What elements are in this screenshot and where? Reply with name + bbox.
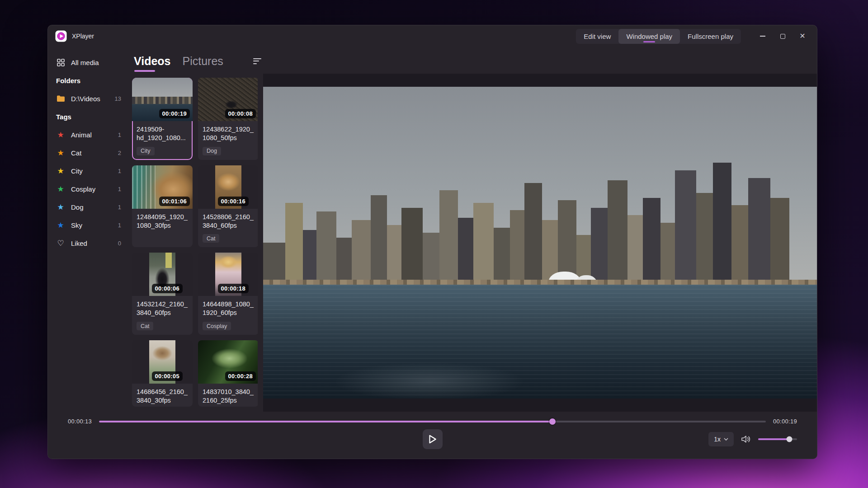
speed-label: 1x — [714, 436, 721, 443]
video-player-canvas[interactable] — [263, 87, 817, 399]
folders-header: Folders — [56, 71, 121, 89]
video-skyline — [263, 155, 817, 280]
tag-count: 1 — [118, 186, 121, 192]
heart-icon: ♡ — [56, 239, 65, 248]
player-pane — [263, 47, 817, 412]
close-icon: ✕ — [799, 33, 805, 40]
duration-badge: 00:00:05 — [152, 371, 183, 381]
tag-label: Sky — [71, 221, 82, 229]
video-thumbnail: 00:00:05 — [132, 340, 193, 384]
all-media-label: All media — [71, 59, 99, 66]
sidebar-item-tag-cosplay[interactable]: ★ Cosplay 1 — [56, 180, 121, 198]
video-thumbnail: 00:00:06 — [132, 253, 193, 296]
app-identity: XPlayer — [55, 30, 94, 42]
video-card[interactable]: 00:00:19 2419509- hd_1920_1080... City — [132, 78, 193, 160]
maximize-icon — [780, 34, 785, 39]
video-filename: 12438622_1920_ 1080_50fps — [198, 121, 258, 144]
tag-count: 1 — [118, 168, 121, 174]
sidebar-item-folder-dvideos[interactable]: D:\Videos 13 — [56, 89, 121, 108]
tag-label: City — [71, 167, 83, 175]
video-filename: 14686456_2160_ 3840_30fps — [132, 384, 193, 407]
video-stage — [263, 74, 817, 412]
minimize-icon — [760, 36, 765, 37]
sort-icon[interactable] — [253, 58, 261, 64]
video-water — [263, 285, 817, 399]
tag-label: Animal — [71, 131, 92, 139]
video-card[interactable]: 00:01:06 12484095_1920_ 1080_30fps — [132, 165, 193, 248]
video-card[interactable]: 00:00:05 14686456_2160_ 3840_30fps — [132, 340, 193, 407]
tags-header: Tags — [56, 108, 121, 126]
folder-name: D:\Videos — [71, 95, 100, 103]
titlebar: XPlayer Edit view Windowed play Fullscre… — [48, 25, 817, 47]
video-card[interactable]: 00:00:08 12438622_1920_ 1080_50fps Dog — [198, 78, 258, 160]
tab-pictures[interactable]: Pictures — [183, 55, 223, 68]
seek-thumb[interactable] — [549, 418, 556, 425]
duration-badge: 00:00:19 — [159, 109, 190, 118]
play-icon — [429, 435, 437, 444]
video-card[interactable]: 00:00:06 14532142_2160_ 3840_60fps Cat — [132, 253, 193, 335]
total-time: 00:00:19 — [773, 418, 797, 425]
video-filename: 14837010_3840_ 2160_25fps — [198, 384, 258, 407]
sidebar-item-tag-animal[interactable]: ★ Animal 1 — [56, 126, 121, 144]
play-button[interactable] — [423, 429, 443, 449]
chevron-down-icon — [724, 438, 728, 441]
library-tabs: Videos Pictures — [132, 47, 258, 75]
duration-badge: 00:00:06 — [152, 284, 183, 293]
playback-controls: 00:00:13 00:00:19 1x — [48, 412, 817, 459]
close-button[interactable]: ✕ — [793, 28, 812, 44]
video-tag-badge: City — [137, 147, 155, 155]
video-filename: 14528806_2160_ 3840_60fps — [198, 209, 258, 232]
video-thumbnail: 00:00:28 — [198, 340, 258, 384]
star-icon: ★ — [56, 167, 65, 175]
video-card[interactable]: 00:00:16 14528806_2160_ 3840_60fps Cat — [198, 165, 258, 248]
folder-icon — [56, 95, 65, 102]
duration-badge: 00:00:08 — [225, 109, 256, 118]
view-mode-switch: Edit view Windowed play Fullscreen play — [576, 29, 741, 44]
volume-slider[interactable] — [758, 436, 797, 442]
sidebar-item-tag-cat[interactable]: ★ Cat 2 — [56, 144, 121, 162]
volume-icon[interactable] — [741, 435, 751, 443]
video-thumbnail: 00:00:19 — [132, 78, 193, 121]
star-icon: ★ — [56, 203, 65, 211]
video-card[interactable]: 00:00:28 14837010_3840_ 2160_25fps — [198, 340, 258, 407]
media-library-panel: Videos Pictures 00:00:19 2419509- hd_192… — [127, 47, 263, 412]
seek-track[interactable] — [99, 421, 766, 422]
edit-view-button[interactable]: Edit view — [576, 29, 618, 44]
tag-count: 1 — [118, 222, 121, 229]
video-tag-badge: Cat — [203, 234, 219, 243]
minimize-button[interactable] — [753, 28, 773, 44]
liked-label: Liked — [71, 239, 87, 247]
sidebar-item-liked[interactable]: ♡ Liked 0 — [56, 234, 121, 252]
star-icon: ★ — [56, 185, 65, 193]
sidebar-item-tag-city[interactable]: ★ City 1 — [56, 162, 121, 180]
sidebar-item-all-media[interactable]: All media — [56, 53, 121, 71]
video-tag-badge: Cat — [137, 322, 153, 330]
windowed-play-button[interactable]: Windowed play — [618, 29, 680, 44]
video-filename: 12484095_1920_ 1080_30fps — [132, 209, 193, 232]
sidebar-item-tag-sky[interactable]: ★ Sky 1 — [56, 216, 121, 234]
fullscreen-play-button[interactable]: Fullscreen play — [680, 29, 741, 44]
video-tag-badge: Cosplay — [203, 322, 231, 330]
video-thumbnail: 00:00:08 — [198, 78, 258, 121]
video-thumbnail: 00:00:18 — [198, 253, 258, 296]
grid-icon — [56, 59, 65, 66]
xplayer-window: XPlayer Edit view Windowed play Fullscre… — [47, 25, 817, 459]
video-filename: 14644898_1080_ 1920_60fps — [198, 296, 258, 319]
app-title: XPlayer — [72, 33, 94, 40]
tab-videos[interactable]: Videos — [134, 55, 171, 68]
volume-thumb[interactable] — [786, 436, 792, 442]
seek-bar[interactable] — [99, 418, 766, 425]
duration-badge: 00:00:28 — [225, 371, 256, 381]
tag-label: Dog — [71, 203, 84, 211]
playback-speed-button[interactable]: 1x — [708, 432, 734, 446]
video-filename: 14532142_2160_ 3840_60fps — [132, 296, 193, 319]
duration-badge: 00:00:16 — [218, 197, 249, 206]
maximize-button[interactable] — [773, 28, 793, 44]
sidebar-item-tag-dog[interactable]: ★ Dog 1 — [56, 198, 121, 216]
duration-badge: 00:00:18 — [218, 284, 249, 293]
tag-count: 1 — [118, 204, 121, 211]
tag-label: Cosplay — [71, 185, 95, 193]
video-card[interactable]: 00:00:18 14644898_1080_ 1920_60fps Cospl… — [198, 253, 258, 335]
tag-count: 1 — [118, 131, 121, 138]
star-icon: ★ — [56, 221, 65, 229]
